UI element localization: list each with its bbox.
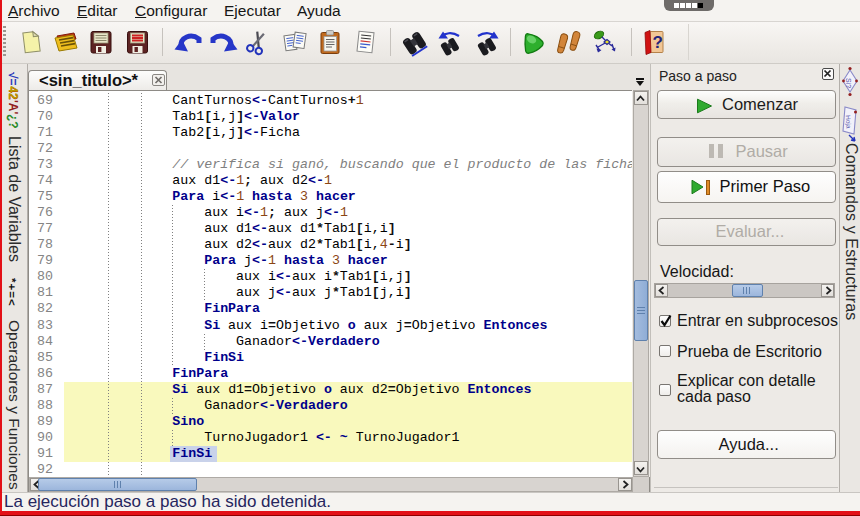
svg-text:?: ? xyxy=(653,33,663,52)
svg-text:Si?: Si? xyxy=(845,78,852,88)
